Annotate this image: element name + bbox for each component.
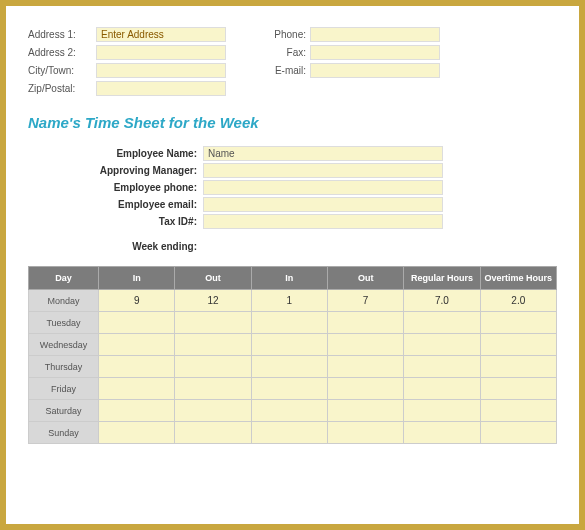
manager-input[interactable] [203, 163, 443, 178]
header-in2: In [251, 267, 327, 290]
employee-name-input[interactable] [203, 146, 443, 161]
data-cell[interactable] [251, 400, 327, 422]
data-cell[interactable]: 7 [327, 290, 403, 312]
data-cell[interactable] [327, 400, 403, 422]
timesheet-table: Day In Out In Out Regular Hours Overtime… [28, 266, 557, 444]
day-cell: Tuesday [29, 312, 99, 334]
data-cell[interactable] [480, 356, 556, 378]
data-cell[interactable] [480, 378, 556, 400]
zip-row: Zip/Postal: [28, 80, 226, 96]
day-cell: Saturday [29, 400, 99, 422]
data-cell[interactable] [99, 378, 175, 400]
day-cell: Monday [29, 290, 99, 312]
fax-label: Fax: [266, 47, 310, 58]
table-row: Monday912177.02.0 [29, 290, 557, 312]
data-cell[interactable] [251, 422, 327, 444]
address1-row: Address 1: [28, 26, 226, 42]
data-cell[interactable]: 7.0 [404, 290, 480, 312]
data-cell[interactable] [251, 356, 327, 378]
employee-email-input[interactable] [203, 197, 443, 212]
data-cell[interactable] [99, 334, 175, 356]
zip-input[interactable] [96, 81, 226, 96]
city-input[interactable] [96, 63, 226, 78]
employee-email-row: Employee email: [28, 196, 557, 212]
employee-email-label: Employee email: [28, 199, 203, 210]
data-cell[interactable] [480, 422, 556, 444]
page-title: Name's Time Sheet for the Week [28, 114, 557, 131]
manager-label: Approving Manager: [28, 165, 203, 176]
address2-label: Address 2: [28, 47, 96, 58]
data-cell[interactable] [404, 378, 480, 400]
week-ending-label: Week ending: [28, 241, 203, 252]
table-body: Monday912177.02.0TuesdayWednesdayThursda… [29, 290, 557, 444]
data-cell[interactable] [327, 312, 403, 334]
data-cell[interactable]: 9 [99, 290, 175, 312]
table-row: Saturday [29, 400, 557, 422]
table-row: Tuesday [29, 312, 557, 334]
tax-id-input[interactable] [203, 214, 443, 229]
data-cell[interactable] [327, 422, 403, 444]
employee-phone-row: Employee phone: [28, 179, 557, 195]
email-row: E-mail: [266, 62, 440, 78]
day-cell: Wednesday [29, 334, 99, 356]
data-cell[interactable] [251, 378, 327, 400]
data-cell[interactable] [480, 312, 556, 334]
data-cell[interactable] [327, 356, 403, 378]
data-cell[interactable] [99, 400, 175, 422]
data-cell[interactable] [404, 422, 480, 444]
data-cell[interactable] [175, 356, 251, 378]
fax-row: Fax: [266, 44, 440, 60]
week-ending-row: Week ending: [28, 241, 557, 252]
data-cell[interactable] [175, 334, 251, 356]
data-cell[interactable] [175, 400, 251, 422]
day-cell: Sunday [29, 422, 99, 444]
fax-input[interactable] [310, 45, 440, 60]
address1-label: Address 1: [28, 29, 96, 40]
employee-phone-label: Employee phone: [28, 182, 203, 193]
zip-label: Zip/Postal: [28, 83, 96, 94]
data-cell[interactable] [404, 400, 480, 422]
header-out1: Out [175, 267, 251, 290]
contact-section: Address 1: Address 2: City/Town: Zip/Pos… [28, 26, 557, 96]
table-row: Thursday [29, 356, 557, 378]
data-cell[interactable] [404, 356, 480, 378]
day-cell: Friday [29, 378, 99, 400]
employee-phone-input[interactable] [203, 180, 443, 195]
data-cell[interactable] [404, 334, 480, 356]
email-input[interactable] [310, 63, 440, 78]
data-cell[interactable] [99, 422, 175, 444]
address2-input[interactable] [96, 45, 226, 60]
data-cell[interactable] [175, 378, 251, 400]
header-day: Day [29, 267, 99, 290]
header-regular: Regular Hours [404, 267, 480, 290]
data-cell[interactable] [99, 356, 175, 378]
table-row: Sunday [29, 422, 557, 444]
data-cell[interactable] [404, 312, 480, 334]
email-label: E-mail: [266, 65, 310, 76]
data-cell[interactable]: 12 [175, 290, 251, 312]
data-cell[interactable] [99, 312, 175, 334]
header-out2: Out [327, 267, 403, 290]
data-cell[interactable] [251, 334, 327, 356]
data-cell[interactable] [175, 312, 251, 334]
address2-row: Address 2: [28, 44, 226, 60]
data-cell[interactable]: 2.0 [480, 290, 556, 312]
tax-id-row: Tax ID#: [28, 213, 557, 229]
city-label: City/Town: [28, 65, 96, 76]
data-cell[interactable] [480, 334, 556, 356]
data-cell[interactable]: 1 [251, 290, 327, 312]
header-overtime: Overtime Hours [480, 267, 556, 290]
data-cell[interactable] [327, 334, 403, 356]
data-cell[interactable] [327, 378, 403, 400]
phone-input[interactable] [310, 27, 440, 42]
employee-section: Employee Name: Approving Manager: Employ… [28, 145, 557, 229]
address1-input[interactable] [96, 27, 226, 42]
data-cell[interactable] [480, 400, 556, 422]
table-row: Wednesday [29, 334, 557, 356]
address-block: Address 1: Address 2: City/Town: Zip/Pos… [28, 26, 226, 96]
phone-row: Phone: [266, 26, 440, 42]
data-cell[interactable] [251, 312, 327, 334]
city-row: City/Town: [28, 62, 226, 78]
contact-block: Phone: Fax: E-mail: [266, 26, 440, 96]
data-cell[interactable] [175, 422, 251, 444]
